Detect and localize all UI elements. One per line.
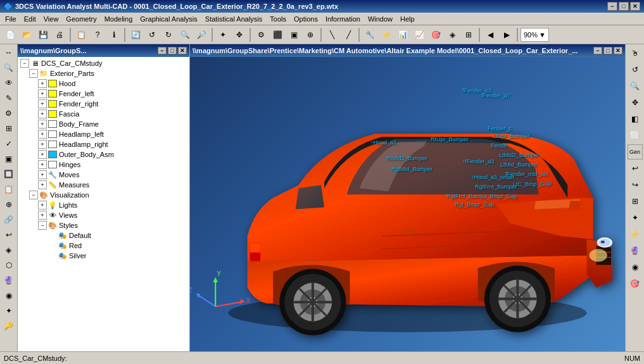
right-icon-4[interactable]: ◧ bbox=[628, 111, 643, 127]
expand-lights[interactable]: + bbox=[38, 201, 47, 210]
tree-default[interactable]: 🎭 Default bbox=[18, 230, 189, 241]
tree-exterior-parts[interactable]: − 📁 Exterior_Parts bbox=[18, 68, 189, 78]
expand-body-frame[interactable]: + bbox=[38, 120, 47, 129]
tb-btn-7[interactable]: ℹ bbox=[106, 27, 122, 42]
menu-item-help[interactable]: Help bbox=[396, 14, 419, 24]
tree-lights[interactable]: + 💡 Lights bbox=[18, 200, 189, 210]
select-button[interactable]: ✦ bbox=[215, 27, 230, 42]
tb-btn-25[interactable]: ◈ bbox=[445, 27, 460, 42]
tb-btn-15[interactable]: ⬛ bbox=[270, 27, 285, 42]
left-icon-19[interactable]: 🔑 bbox=[2, 319, 16, 333]
zoom-dropdown-icon[interactable]: ▼ bbox=[539, 31, 546, 39]
tree-outer-body-asm[interactable]: + Outer_Body_Asm bbox=[18, 149, 189, 160]
expand-fender-right[interactable]: + bbox=[38, 99, 47, 108]
tree-minimize[interactable]: − bbox=[158, 47, 167, 54]
expand-views[interactable]: + bbox=[38, 211, 47, 220]
minimize-button[interactable]: − bbox=[607, 2, 617, 11]
tb-btn-17[interactable]: ⊕ bbox=[303, 27, 318, 42]
tree-hinges[interactable]: + Hinges bbox=[18, 160, 189, 170]
tb-btn-26[interactable]: ⊞ bbox=[461, 27, 476, 42]
expand-headlamp-left[interactable]: + bbox=[38, 130, 47, 139]
left-icon-7[interactable]: ✓ bbox=[2, 137, 16, 151]
tree-silver[interactable]: 🎭 Silver bbox=[18, 251, 189, 261]
left-icon-17[interactable]: ◉ bbox=[2, 289, 16, 303]
right-icon-5[interactable]: ⬜ bbox=[628, 128, 643, 143]
left-icon-18[interactable]: ✦ bbox=[2, 304, 16, 318]
tree-moves[interactable]: + 🔧 Moves bbox=[18, 170, 189, 180]
left-icon-3[interactable]: 👁 bbox=[2, 76, 16, 90]
tree-fender-left[interactable]: + Fender_left bbox=[18, 89, 189, 99]
tb-btn-27[interactable]: ◀ bbox=[483, 27, 498, 42]
tree-visualization[interactable]: − 🎨 Visualization bbox=[18, 190, 189, 200]
menu-item-view[interactable]: View bbox=[40, 14, 63, 24]
open-button[interactable]: 📂 bbox=[19, 27, 34, 42]
left-icon-10[interactable]: 📋 bbox=[2, 182, 16, 196]
tree-views[interactable]: + 👁 Views bbox=[18, 210, 189, 220]
tb-btn-24[interactable]: 🎯 bbox=[428, 27, 443, 42]
left-icon-14[interactable]: ◈ bbox=[2, 243, 16, 257]
expand-styles[interactable]: − bbox=[38, 221, 47, 230]
right-icon-13[interactable]: ◉ bbox=[628, 260, 643, 275]
refresh-button[interactable]: 🔄 bbox=[128, 27, 143, 42]
tree-red[interactable]: 🎭 Red bbox=[18, 241, 189, 251]
tb-btn-21[interactable]: ⚡ bbox=[379, 27, 394, 42]
expand-fascia[interactable]: + bbox=[38, 110, 47, 118]
tree-hood[interactable]: + Hood bbox=[18, 78, 189, 89]
tree-headlamp-left[interactable]: + Headlamp_left bbox=[18, 129, 189, 139]
view-minimize[interactable]: − bbox=[593, 47, 602, 54]
left-icon-2[interactable]: 🔍 bbox=[2, 61, 16, 75]
tree-body-frame[interactable]: + Body_Frame bbox=[18, 119, 189, 129]
print-button[interactable]: 🖨 bbox=[52, 27, 67, 42]
left-icon-8[interactable]: ▣ bbox=[2, 152, 16, 166]
right-icon-12[interactable]: 🔮 bbox=[628, 243, 643, 258]
tb-btn-18[interactable]: ╲ bbox=[324, 27, 339, 42]
tree-maximize[interactable]: □ bbox=[168, 47, 177, 54]
tree-fender-right[interactable]: + Fender_right bbox=[18, 99, 189, 109]
tb-btn-19[interactable]: ╱ bbox=[341, 27, 356, 42]
menu-item-modeling[interactable]: Modeling bbox=[101, 14, 137, 24]
zoom-out-button[interactable]: 🔎 bbox=[194, 27, 209, 42]
tree-close[interactable]: ✕ bbox=[178, 47, 187, 54]
tb-btn-23[interactable]: 📈 bbox=[412, 27, 427, 42]
right-icon-2[interactable]: ↺ bbox=[628, 62, 643, 77]
tb-btn-20[interactable]: 🔧 bbox=[362, 27, 377, 42]
save-button[interactable]: 💾 bbox=[35, 27, 51, 42]
tb-btn-22[interactable]: 📊 bbox=[395, 27, 410, 42]
expand-measures[interactable]: + bbox=[38, 180, 47, 189]
menu-item-information[interactable]: Information bbox=[322, 14, 364, 24]
view-close[interactable]: ✕ bbox=[614, 47, 622, 54]
tb-btn-6[interactable]: ? bbox=[90, 27, 105, 42]
right-icon-7[interactable]: ↩ bbox=[628, 161, 643, 176]
menu-item-window[interactable]: Window bbox=[364, 14, 396, 24]
move-button[interactable]: ✥ bbox=[232, 27, 247, 42]
menu-item-geometry[interactable]: Geometry bbox=[62, 14, 100, 24]
menu-item-tools[interactable]: Tools bbox=[266, 14, 290, 24]
right-icon-pan[interactable]: ✥ bbox=[628, 95, 643, 110]
left-icon-12[interactable]: 🔗 bbox=[2, 213, 16, 227]
expand-root[interactable]: − bbox=[20, 59, 29, 68]
expand-hood[interactable]: + bbox=[38, 79, 47, 88]
tree-fascia[interactable]: + Fascia bbox=[18, 109, 189, 119]
right-icon-10[interactable]: ✦ bbox=[628, 210, 643, 225]
tree-body[interactable]: − 🖥 DCS_Car_CMstudy − 📁 Exterior_Parts +… bbox=[18, 57, 189, 351]
tb-btn-16[interactable]: ▣ bbox=[286, 27, 301, 42]
view-maximize[interactable]: □ bbox=[603, 47, 612, 54]
expand-hinges[interactable]: + bbox=[38, 160, 47, 169]
right-icon-8[interactable]: ↪ bbox=[628, 177, 643, 192]
menu-item-statistical-analysis[interactable]: Statistical Analysis bbox=[201, 14, 266, 24]
left-icon-11[interactable]: ⊕ bbox=[2, 198, 16, 211]
expand-exterior[interactable]: − bbox=[29, 69, 38, 78]
left-icon-6[interactable]: ⊞ bbox=[2, 122, 16, 135]
tb-btn-14[interactable]: ⚙ bbox=[253, 27, 268, 42]
tree-measures[interactable]: + 📏 Measures bbox=[18, 180, 189, 190]
expand-moves[interactable]: + bbox=[38, 170, 47, 179]
expand-fender-left[interactable]: + bbox=[38, 89, 47, 98]
left-icon-5[interactable]: ⚙ bbox=[2, 106, 16, 120]
zoom-in-button[interactable]: 🔍 bbox=[177, 27, 193, 42]
left-icon-16[interactable]: 🔮 bbox=[2, 273, 16, 287]
new-button[interactable]: 📄 bbox=[3, 27, 18, 42]
left-icon-4[interactable]: ✎ bbox=[2, 91, 16, 105]
left-icon-13[interactable]: ↩ bbox=[2, 228, 16, 242]
tb-btn-28[interactable]: ▶ bbox=[499, 27, 514, 42]
tb-btn-10[interactable]: ↻ bbox=[161, 27, 176, 42]
